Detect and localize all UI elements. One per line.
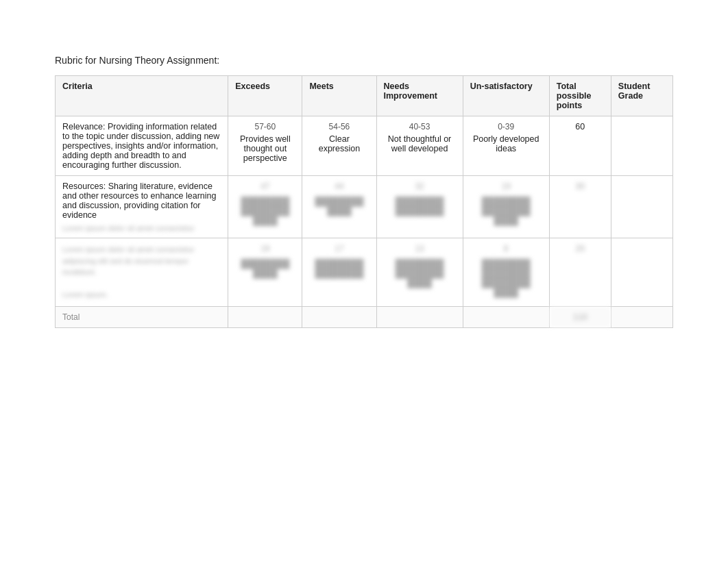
row1-unsat: 0-39 Poorly developed ideas	[463, 116, 549, 176]
header-meets: Meets	[302, 76, 376, 116]
row2-exceeds-desc: ████████████████████	[235, 197, 295, 225]
row1-meets-score: 54-56	[309, 122, 369, 132]
row1-needs-desc: Not thoughtful or well developed	[384, 134, 456, 153]
row4-criteria-label: Total	[62, 312, 80, 322]
row4-grade	[611, 306, 672, 327]
row3-needs: 13 ████████████████████	[376, 238, 463, 307]
header-unsat: Un-satisfactory	[463, 76, 549, 116]
row2-meets: 44 ████████████	[302, 176, 376, 238]
row3-criteria: Lorem ipsum dolor sit amet consectetur a…	[56, 238, 228, 307]
row2-exceeds-score: 47	[235, 182, 295, 191]
table-row: Lorem ipsum dolor sit amet consectetur a…	[56, 238, 673, 307]
row2-meets-desc: ████████████	[309, 197, 369, 216]
page: Rubric for Nursing Theory Assignment: Cr…	[0, 0, 728, 563]
row2-grade	[611, 176, 672, 238]
row3-needs-score: 13	[384, 244, 456, 253]
row2-criteria: Resources: Sharing literature, evidence …	[56, 176, 228, 238]
row2-needs: 32 ████████████████	[376, 176, 463, 238]
row4-criteria: Total	[56, 306, 228, 327]
row1-unsat-score: 0-39	[470, 122, 542, 132]
row1-meets-desc: Clear expression	[309, 134, 369, 153]
row1-unsat-desc: Poorly developed ideas	[470, 134, 542, 153]
row1-exceeds-desc: Provides well thought out perspective	[235, 134, 295, 163]
header-total: Total possible points	[549, 76, 611, 116]
row4-exceeds	[228, 306, 302, 327]
row1-criteria: Relevance: Providing information related…	[56, 116, 228, 176]
row3-exceeds-desc: ████████████	[235, 259, 295, 278]
row4-unsat	[463, 306, 549, 327]
row2-exceeds: 47 ████████████████████	[228, 176, 302, 238]
header-exceeds: Exceeds	[228, 76, 302, 116]
header-grade: Student Grade	[611, 76, 672, 116]
row1-exceeds-score: 57-60	[235, 122, 295, 132]
row3-unsat: 8 ████████████████████████████	[463, 238, 549, 307]
row1-exceeds: 57-60 Provides well thought out perspect…	[228, 116, 302, 176]
header-criteria: Criteria	[56, 76, 228, 116]
page-title: Rubric for Nursing Theory Assignment:	[55, 55, 673, 66]
row1-needs-score: 40-53	[384, 122, 456, 132]
table-row: Resources: Sharing literature, evidence …	[56, 176, 673, 238]
row2-needs-desc: ████████████████	[384, 197, 456, 216]
row2-meets-score: 44	[309, 182, 369, 191]
row3-total: 20	[549, 238, 611, 307]
row1-grade	[611, 116, 672, 176]
row3-exceeds-score: 19	[235, 244, 295, 253]
row3-unsat-desc: ████████████████████████████	[470, 259, 542, 297]
row3-meets-desc: ████████████████	[309, 259, 369, 278]
row2-unsat-desc: ████████████████████	[470, 197, 542, 225]
row3-needs-desc: ████████████████████	[384, 259, 456, 288]
row3-meets: 17 ████████████████	[302, 238, 376, 307]
row2-unsat-score: 19	[470, 182, 542, 191]
row3-meets-score: 17	[309, 244, 369, 253]
row2-unsat: 19 ████████████████████	[463, 176, 549, 238]
row3-unsat-score: 8	[470, 244, 542, 253]
row1-total: 60	[549, 116, 611, 176]
row2-needs-score: 32	[384, 182, 456, 191]
row4-total: 110	[549, 306, 611, 327]
row2-criteria-blurred: Lorem ipsum dolor sit amet consectetur	[62, 224, 221, 232]
rubric-table: Criteria Exceeds Meets Needs Improvement…	[55, 75, 673, 328]
table-row-total: Total 110	[56, 306, 673, 327]
header-needs: Needs Improvement	[376, 76, 463, 116]
row1-meets: 54-56 Clear expression	[302, 116, 376, 176]
table-row: Relevance: Providing information related…	[56, 116, 673, 176]
row2-total: 30	[549, 176, 611, 238]
row3-exceeds: 19 ████████████	[228, 238, 302, 307]
row1-needs: 40-53 Not thoughtful or well developed	[376, 116, 463, 176]
row4-meets	[302, 306, 376, 327]
row4-needs	[376, 306, 463, 327]
row3-grade	[611, 238, 672, 307]
row3-criteria-text: Lorem ipsum dolor sit amet consectetur a…	[62, 244, 221, 301]
